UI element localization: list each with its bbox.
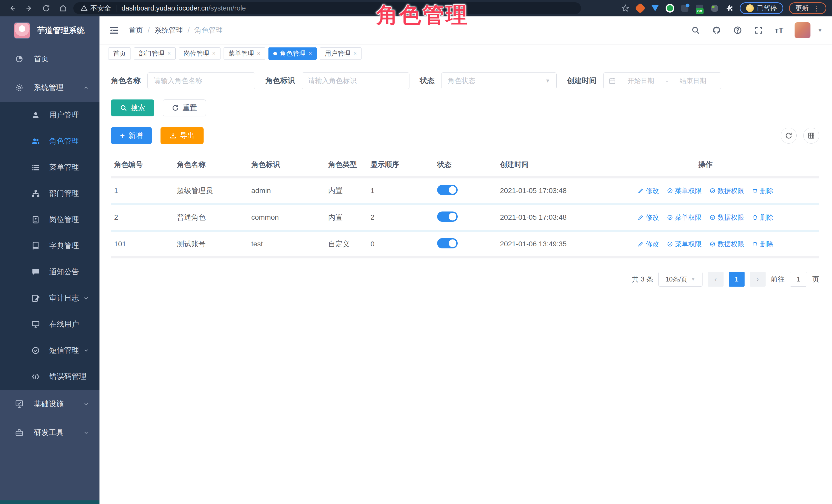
avatar-caret-icon[interactable]: ▼ bbox=[817, 27, 823, 33]
tab-posts[interactable]: 岗位管理 × bbox=[179, 47, 220, 60]
breadcrumb-item-home[interactable]: 首页 bbox=[129, 25, 143, 35]
font-size-icon[interactable]: тT bbox=[775, 26, 783, 35]
data-permission-link[interactable]: 数据权限 bbox=[709, 240, 744, 249]
bookmark-star-icon[interactable] bbox=[621, 4, 630, 13]
github-icon[interactable] bbox=[712, 25, 722, 35]
column-header-id[interactable]: 角色编号 bbox=[111, 153, 174, 176]
delete-link[interactable]: 删除 bbox=[752, 213, 774, 222]
browser-menu-icon[interactable]: ⋮ bbox=[813, 4, 820, 12]
reload-icon[interactable] bbox=[40, 2, 53, 15]
extensions-puzzle-icon[interactable] bbox=[725, 4, 734, 13]
date-range-picker[interactable]: 开始日期 - 结束日期 bbox=[603, 72, 721, 89]
close-icon[interactable]: × bbox=[212, 50, 216, 57]
sidebar-item-users[interactable]: 用户管理 bbox=[0, 102, 100, 128]
help-icon[interactable] bbox=[733, 25, 743, 35]
column-header-type[interactable]: 角色类型 bbox=[325, 153, 367, 176]
extension-paw-icon[interactable] bbox=[710, 4, 719, 13]
fullscreen-icon[interactable] bbox=[754, 25, 763, 35]
status-toggle[interactable] bbox=[437, 212, 458, 222]
app-logo[interactable]: 芋道管理系统 bbox=[0, 17, 100, 45]
date-start-placeholder[interactable]: 开始日期 bbox=[618, 76, 664, 85]
page-size-select[interactable]: 10条/页 ▼ bbox=[658, 272, 703, 287]
security-warning[interactable]: 不安全 bbox=[80, 4, 111, 13]
home-icon[interactable] bbox=[56, 2, 70, 15]
profile-paused-chip[interactable]: 已暂停 bbox=[740, 2, 783, 14]
prev-page-button[interactable]: ‹ bbox=[708, 272, 724, 287]
column-settings-button[interactable] bbox=[803, 128, 819, 143]
close-icon[interactable]: × bbox=[257, 50, 260, 57]
data-permission-link[interactable]: 数据权限 bbox=[709, 186, 744, 195]
refresh-table-button[interactable] bbox=[781, 128, 797, 143]
data-permission-link[interactable]: 数据权限 bbox=[709, 213, 744, 222]
column-header-create-time[interactable]: 创建时间 bbox=[497, 153, 592, 176]
role-key-field[interactable] bbox=[308, 77, 403, 85]
page-size-value: 10条/页 bbox=[666, 275, 687, 284]
sidebar-item-audit-log[interactable]: 审计日志 bbox=[0, 285, 100, 311]
sidebar-item-departments[interactable]: 部门管理 bbox=[0, 181, 100, 207]
role-key-input[interactable] bbox=[302, 72, 410, 89]
edit-link[interactable]: 修改 bbox=[638, 186, 659, 195]
sidebar-item-infrastructure[interactable]: 基础设施 bbox=[0, 390, 100, 418]
system-submenu: 用户管理 角色管理 菜单管理 部门管理 bbox=[0, 102, 100, 390]
close-icon[interactable]: × bbox=[309, 50, 312, 57]
breadcrumb-item-system[interactable]: 系统管理 bbox=[154, 25, 183, 35]
role-name-input[interactable] bbox=[148, 72, 255, 89]
tab-departments[interactable]: 部门管理 × bbox=[134, 47, 176, 60]
extension-proxy-icon[interactable]: on bbox=[695, 4, 704, 13]
sidebar-item-system[interactable]: 系统管理 bbox=[0, 73, 100, 102]
extension-gem-icon[interactable] bbox=[650, 4, 660, 13]
sidebar-item-roles[interactable]: 角色管理 bbox=[0, 128, 100, 154]
column-header-status[interactable]: 状态 bbox=[434, 153, 497, 176]
user-avatar[interactable] bbox=[795, 22, 810, 38]
search-icon[interactable] bbox=[691, 25, 700, 35]
tab-home[interactable]: 首页 bbox=[108, 47, 131, 60]
reset-button[interactable]: 重置 bbox=[163, 100, 206, 116]
menu-permission-link[interactable]: 菜单权限 bbox=[667, 213, 702, 222]
sidebar-item-posts[interactable]: 岗位管理 bbox=[0, 207, 100, 233]
status-toggle[interactable] bbox=[437, 238, 458, 248]
role-name-field[interactable] bbox=[154, 77, 249, 85]
table-row[interactable]: 101 测试账号 test 自定义 0 2021-01-06 13:49:35 … bbox=[111, 232, 819, 256]
collapse-sidebar-icon[interactable] bbox=[109, 25, 119, 35]
sidebar-item-sms[interactable]: 短信管理 bbox=[0, 337, 100, 364]
sidebar-item-dev-tools[interactable]: 研发工具 bbox=[0, 418, 100, 447]
extension-ublock-icon[interactable] bbox=[635, 4, 645, 13]
sidebar-item-dictionary[interactable]: 字典管理 bbox=[0, 233, 100, 259]
delete-link[interactable]: 删除 bbox=[752, 240, 774, 249]
edit-link[interactable]: 修改 bbox=[638, 240, 659, 249]
sidebar-item-error-codes[interactable]: 错误码管理 bbox=[0, 364, 100, 390]
table-row[interactable]: 1 超级管理员 admin 内置 1 2021-01-05 17:03:48 修… bbox=[111, 179, 819, 203]
edit-link[interactable]: 修改 bbox=[638, 213, 659, 222]
close-icon[interactable]: × bbox=[353, 50, 357, 57]
sidebar-item-menus[interactable]: 菜单管理 bbox=[0, 154, 100, 181]
delete-link[interactable]: 删除 bbox=[752, 186, 774, 195]
table-row[interactable]: 2 普通角色 common 内置 2 2021-01-05 17:03:48 修… bbox=[111, 205, 819, 230]
sidebar-item-home[interactable]: 首页 bbox=[0, 45, 100, 73]
extension-misc-icon[interactable] bbox=[680, 4, 690, 13]
add-button[interactable]: + 新增 bbox=[111, 127, 152, 144]
goto-page-input[interactable] bbox=[790, 272, 807, 287]
tab-menus[interactable]: 菜单管理 × bbox=[224, 47, 265, 60]
menu-permission-link[interactable]: 菜单权限 bbox=[667, 240, 702, 249]
column-header-name[interactable]: 角色名称 bbox=[174, 153, 248, 176]
tab-users[interactable]: 用户管理 × bbox=[320, 47, 362, 60]
address-bar[interactable]: 不安全 dashboard.yudao.iocoder.cn /system/r… bbox=[73, 2, 581, 14]
page-number-current[interactable]: 1 bbox=[729, 272, 745, 287]
search-button[interactable]: 搜索 bbox=[111, 100, 154, 116]
close-icon[interactable]: × bbox=[167, 50, 171, 57]
export-button[interactable]: 导出 bbox=[160, 127, 204, 144]
tab-roles-active[interactable]: 角色管理 × bbox=[268, 47, 317, 60]
back-icon[interactable] bbox=[6, 2, 19, 15]
status-toggle[interactable] bbox=[437, 185, 458, 195]
next-page-button[interactable]: › bbox=[750, 272, 765, 287]
status-select[interactable]: 角色状态 ▼ bbox=[441, 72, 556, 89]
sidebar-item-notices[interactable]: 通知公告 bbox=[0, 259, 100, 285]
menu-permission-link[interactable]: 菜单权限 bbox=[667, 186, 702, 195]
date-end-placeholder[interactable]: 结束日期 bbox=[670, 76, 716, 85]
column-header-sort[interactable]: 显示顺序 bbox=[367, 153, 434, 176]
extension-check-icon[interactable] bbox=[665, 4, 675, 13]
sidebar-item-online-users[interactable]: 在线用户 bbox=[0, 311, 100, 337]
column-header-key[interactable]: 角色标识 bbox=[248, 153, 325, 176]
browser-update-chip[interactable]: 更新 ⋮ bbox=[789, 2, 826, 14]
forward-icon[interactable] bbox=[23, 2, 36, 15]
